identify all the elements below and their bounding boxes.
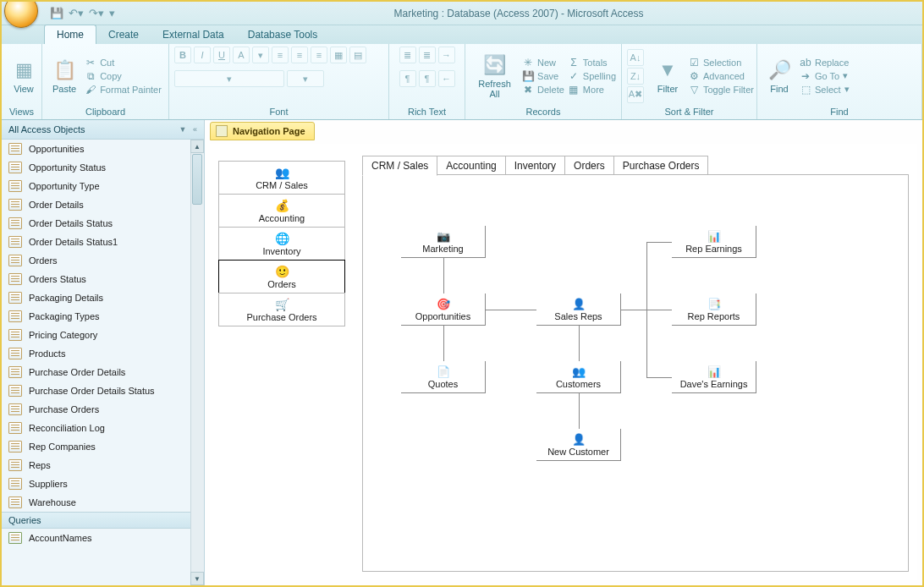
sort-desc-button[interactable]: Z↓	[627, 68, 644, 85]
nav-item[interactable]: Opportunity Type	[2, 177, 204, 195]
node-quotes[interactable]: 📄Quotes	[401, 361, 486, 393]
font-name-dropdown[interactable]: ▾	[174, 70, 284, 87]
cat-inventory[interactable]: 🌐Inventory	[218, 227, 345, 261]
cut-button[interactable]: ✂Cut	[85, 57, 162, 69]
nav-item[interactable]: Reps	[2, 456, 204, 475]
nav-item[interactable]: Purchase Order Details Status	[2, 381, 204, 400]
nav-item[interactable]: Products	[2, 344, 204, 363]
selection-button[interactable]: ☑Selection	[688, 57, 754, 69]
scroll-down-icon[interactable]: ▼	[190, 572, 204, 585]
mini-tab-inventory[interactable]: Inventory	[505, 156, 565, 176]
nav-item[interactable]: Opportunity Status	[2, 158, 204, 177]
copy-button[interactable]: ⧉Copy	[85, 70, 162, 82]
cat-orders[interactable]: 🙂Orders	[218, 260, 345, 294]
mini-tab-crm[interactable]: CRM / Sales	[362, 156, 437, 176]
tab-database-tools[interactable]: Database Tools	[236, 25, 330, 44]
save-rec-button[interactable]: 💾Save	[522, 70, 564, 82]
mini-tab-orders[interactable]: Orders	[564, 156, 614, 176]
document-tab[interactable]: Navigation Page	[210, 122, 315, 140]
mini-tab-accounting[interactable]: Accounting	[437, 156, 505, 176]
nav-section-queries[interactable]: Queries▾	[2, 512, 204, 529]
nav-item[interactable]: Orders Status	[2, 270, 204, 288]
node-customers[interactable]: 👥Customers	[536, 361, 621, 393]
save-icon[interactable]: 💾	[50, 7, 63, 19]
tab-create[interactable]: Create	[96, 25, 151, 44]
italic-button[interactable]: I	[194, 47, 211, 63]
nav-item[interactable]: Reconciliation Log	[2, 419, 204, 437]
cat-purchase-orders[interactable]: 🛒Purchase Orders	[218, 293, 345, 326]
toggle-filter-button[interactable]: ▽Toggle Filter	[688, 84, 754, 96]
more-button[interactable]: ▦More	[568, 84, 616, 96]
nav-item[interactable]: Order Details	[2, 195, 204, 214]
scroll-up-icon[interactable]: ▲	[190, 140, 204, 153]
format-painter-button[interactable]: 🖌Format Painter	[85, 84, 162, 96]
spelling-button[interactable]: ✓Spelling	[568, 70, 616, 82]
redo-icon[interactable]: ↷▾	[89, 7, 104, 19]
align-right-button[interactable]: ≡	[311, 47, 327, 63]
refresh-all-button[interactable]: 🔄 Refresh All	[470, 52, 519, 101]
tab-home[interactable]: Home	[44, 25, 96, 44]
ltr-button[interactable]: ¶	[399, 70, 416, 87]
nav-item[interactable]: Opportunities	[2, 140, 204, 158]
highlight-button[interactable]: ▾	[252, 47, 269, 63]
totals-button[interactable]: ΣTotals	[568, 57, 616, 69]
qat-customize-icon[interactable]: ▾	[109, 7, 115, 19]
rtl-button[interactable]: ¶	[419, 70, 436, 87]
delete-button[interactable]: ✖Delete	[522, 84, 564, 96]
nav-item[interactable]: Orders	[2, 251, 204, 270]
cat-crm-sales[interactable]: 👥CRM / Sales	[218, 161, 345, 195]
nav-item[interactable]: Warehouse	[2, 493, 204, 512]
underline-button[interactable]: U	[213, 47, 230, 63]
sort-asc-button[interactable]: A↓	[627, 49, 644, 66]
clear-sort-button[interactable]: A✖	[627, 86, 644, 103]
gridlines-button[interactable]: ▦	[330, 47, 347, 63]
nav-item[interactable]: Pricing Category	[2, 326, 204, 344]
bold-button[interactable]: B	[174, 47, 191, 63]
nav-item[interactable]: AccountNames	[2, 529, 204, 547]
office-button[interactable]	[4, 0, 38, 28]
table-icon	[8, 366, 22, 378]
select-button[interactable]: ⬚Select ▾	[800, 84, 850, 96]
nav-item[interactable]: Purchase Orders	[2, 400, 204, 419]
node-rep-earnings[interactable]: 📊Rep Earnings	[672, 226, 756, 258]
node-marketing[interactable]: 📷Marketing	[401, 226, 486, 258]
replace-button[interactable]: abReplace	[800, 57, 850, 69]
node-rep-reports[interactable]: 📑Rep Reports	[672, 294, 756, 326]
undo-icon[interactable]: ↶▾	[69, 7, 84, 19]
nav-item[interactable]: Packaging Details	[2, 288, 204, 307]
nav-item[interactable]: Suppliers	[2, 475, 204, 493]
align-left-button[interactable]: ≡	[272, 47, 289, 63]
advanced-button[interactable]: ⚙Advanced	[688, 70, 754, 82]
find-button[interactable]: 🔎 Find	[762, 57, 796, 96]
copy-icon: ⧉	[85, 70, 96, 82]
view-button[interactable]: ▦ View	[7, 57, 41, 96]
node-new-customer[interactable]: 👤New Customer	[536, 429, 621, 461]
paste-button[interactable]: 📋 Paste	[47, 57, 81, 96]
mini-tab-purchase-orders[interactable]: Purchase Orders	[613, 156, 709, 176]
alt-row-button[interactable]: ▤	[349, 47, 366, 63]
node-opportunities[interactable]: 🎯Opportunities	[401, 294, 486, 326]
nav-pane-header[interactable]: All Access Objects ▼ «	[2, 120, 204, 140]
outdent-button[interactable]: ←	[438, 70, 455, 87]
filter-button[interactable]: ▼ Filter	[651, 57, 685, 96]
nav-item[interactable]: Packaging Types	[2, 307, 204, 326]
font-size-dropdown[interactable]: ▾	[287, 70, 324, 87]
chevron-down-icon[interactable]: ▼ «	[179, 125, 197, 134]
nav-item[interactable]: Order Details Status	[2, 214, 204, 233]
numbering-button[interactable]: ≣	[419, 47, 436, 63]
align-center-button[interactable]: ≡	[291, 47, 308, 63]
indent-button[interactable]: →	[438, 47, 455, 63]
goto-button[interactable]: ➔Go To ▾	[800, 70, 850, 82]
cat-accounting[interactable]: 💰Accounting	[218, 194, 345, 228]
scrollbar-track[interactable]: ▲ ▼	[190, 140, 204, 585]
tab-external-data[interactable]: External Data	[151, 25, 236, 44]
nav-item[interactable]: Purchase Order Details	[2, 363, 204, 381]
bullets-button[interactable]: ≣	[399, 47, 416, 63]
font-color-button[interactable]: A	[233, 47, 250, 63]
nav-item[interactable]: Order Details Status1	[2, 233, 204, 251]
nav-item[interactable]: Rep Companies	[2, 437, 204, 456]
new-button[interactable]: ✳New	[522, 57, 564, 69]
node-daves-earnings[interactable]: 📊Dave's Earnings	[672, 361, 756, 393]
node-sales-reps[interactable]: 👤Sales Reps	[536, 294, 621, 326]
scrollbar-thumb[interactable]	[192, 154, 202, 205]
